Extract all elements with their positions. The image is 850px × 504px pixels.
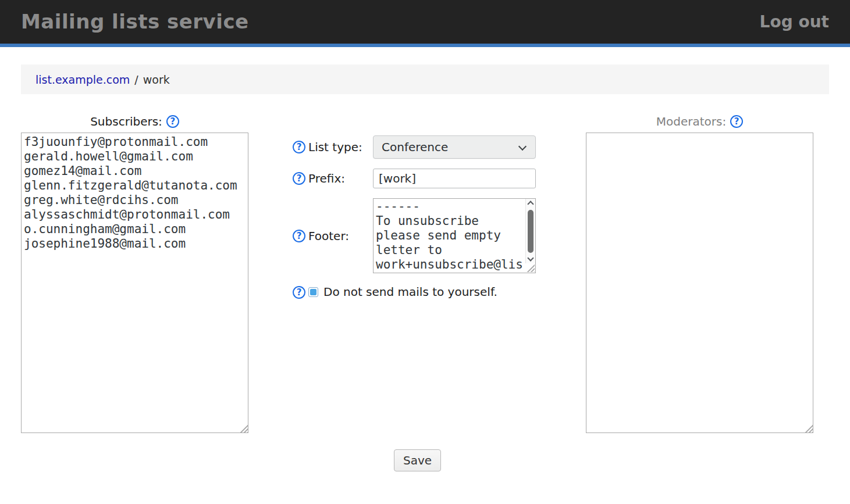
footer-scrollbar-thumb[interactable] bbox=[528, 210, 534, 253]
list-type-label: List type: bbox=[308, 140, 362, 154]
list-type-select[interactable]: Conference bbox=[373, 135, 536, 159]
app-title: Mailing lists service bbox=[21, 0, 249, 44]
no-self-mail-help-icon[interactable]: ? bbox=[293, 286, 305, 299]
breadcrumb: list.example.com / work bbox=[21, 65, 829, 94]
breadcrumb-separator: / bbox=[134, 73, 138, 86]
no-self-mail-label: Do not send mails to yourself. bbox=[323, 285, 497, 299]
footer-textarea-content: ------ To unsubscribe please send empty … bbox=[374, 199, 525, 273]
list-type-selected-value: Conference bbox=[382, 140, 448, 154]
subscribers-textarea[interactable]: f3juounfiy@protonmail.com gerald.howell@… bbox=[21, 133, 248, 433]
moderators-header: Moderators: ? bbox=[586, 113, 813, 130]
moderators-label: Moderators: bbox=[656, 115, 726, 128]
prefix-help-icon[interactable]: ? bbox=[293, 172, 305, 185]
footer-resize-grip[interactable] bbox=[526, 263, 535, 272]
footer-help-icon[interactable]: ? bbox=[293, 230, 305, 242]
subscribers-area: f3juounfiy@protonmail.com gerald.howell@… bbox=[21, 133, 248, 433]
subscribers-header: Subscribers: ? bbox=[21, 113, 248, 130]
moderators-help-icon[interactable]: ? bbox=[730, 115, 743, 128]
save-button[interactable]: Save bbox=[394, 449, 441, 471]
subscribers-label: Subscribers: bbox=[90, 115, 162, 128]
page: Mailing lists service Log out list.examp… bbox=[0, 0, 850, 504]
scroll-down-icon[interactable] bbox=[527, 255, 534, 261]
scroll-up-icon[interactable] bbox=[527, 201, 534, 207]
list-type-help-icon[interactable]: ? bbox=[293, 141, 305, 153]
app-header: Mailing lists service Log out bbox=[0, 0, 850, 47]
subscribers-help-icon[interactable]: ? bbox=[166, 115, 179, 128]
logout-link[interactable]: Log out bbox=[760, 0, 829, 44]
moderators-area bbox=[586, 133, 813, 433]
moderators-textarea[interactable] bbox=[586, 133, 813, 433]
breadcrumb-current: work bbox=[143, 73, 170, 86]
footer-scrollbar[interactable] bbox=[525, 199, 535, 263]
breadcrumb-list-link[interactable]: list.example.com bbox=[35, 73, 130, 86]
prefix-label: Prefix: bbox=[308, 171, 345, 185]
chevron-down-icon bbox=[518, 142, 527, 151]
footer-label: Footer: bbox=[308, 229, 349, 243]
footer-textarea[interactable]: ------ To unsubscribe please send empty … bbox=[373, 198, 536, 273]
no-self-mail-checkbox[interactable] bbox=[308, 287, 318, 297]
prefix-input[interactable] bbox=[373, 169, 536, 188]
